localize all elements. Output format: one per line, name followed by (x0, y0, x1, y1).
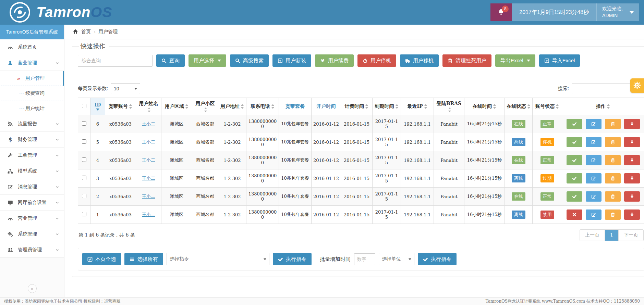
execute-time-button[interactable]: 执行指令 (418, 253, 457, 265)
select-all-checkbox[interactable] (82, 104, 86, 108)
batch-number-input[interactable] (354, 253, 375, 265)
column-header-宽带套餐[interactable]: 宽带套餐 (279, 98, 312, 115)
column-header-联系电话[interactable]: 联系电话 (246, 98, 279, 115)
enable-user-button[interactable] (567, 191, 582, 202)
column-header-开户时间[interactable]: 开户时间 (312, 98, 341, 115)
sidebar-item-网厅前台设置[interactable]: 网厅前台设置 (0, 195, 64, 211)
edit-user-button[interactable] (586, 137, 602, 147)
quick-button-用户选择[interactable]: 用户选择 (189, 54, 226, 67)
download-user-button[interactable] (624, 119, 640, 129)
row-checkbox[interactable] (82, 212, 86, 216)
sidebar-item-模型系统[interactable]: 模型系统 (0, 163, 64, 179)
download-user-button[interactable] (624, 209, 640, 220)
delete-user-button[interactable] (605, 173, 621, 183)
delete-user-button[interactable] (605, 191, 621, 202)
edit-user-button[interactable] (586, 119, 602, 129)
column-header-最近IP[interactable]: 最近IP (401, 98, 434, 115)
edit-user-button[interactable] (586, 191, 602, 202)
prev-page-button[interactable]: 上一页 (580, 230, 605, 241)
enable-user-button[interactable] (567, 137, 582, 147)
column-header-宽带账号[interactable]: 宽带账号 (105, 98, 136, 115)
sidebar-item-系统首页[interactable]: 系统首页 (0, 39, 64, 55)
delete-user-button[interactable] (605, 209, 621, 220)
table-row-user-2: 2x0536a03王小二潍城区西城名都1-2-3021380000000010兆… (78, 188, 644, 206)
user-name-link[interactable]: 王小二 (142, 157, 155, 163)
download-user-button[interactable] (624, 173, 640, 183)
column-header-用户地址[interactable]: 用户地址 (218, 98, 246, 115)
sidebar-item-营业管理[interactable]: 营业管理 (0, 55, 64, 71)
settings-gear-button[interactable] (630, 78, 644, 93)
column-header-登陆BRAS[interactable]: 登陆BRAS (434, 98, 464, 115)
enable-user-button[interactable] (567, 119, 582, 129)
sidebar-subitem-用户统计[interactable]: 用户统计 (0, 101, 64, 116)
edit-user-button[interactable] (586, 173, 602, 183)
quick-button-导入Excel[interactable]: 导入Excel (539, 54, 580, 67)
row-checkbox[interactable] (82, 194, 86, 198)
select-page-button[interactable]: 本页全选 (82, 253, 121, 265)
notifications-button[interactable]: 8 (490, 3, 512, 21)
user-name-link[interactable]: 王小二 (142, 139, 155, 144)
delete-user-button[interactable] (605, 155, 621, 165)
enable-user-button[interactable] (567, 155, 582, 165)
column-header-操作[interactable]: 操作 (562, 98, 644, 115)
row-checkbox[interactable] (82, 176, 86, 180)
sidebar-item-财务管理[interactable]: $财务管理 (0, 132, 64, 148)
column-header-ID[interactable]: ID (90, 98, 105, 115)
enable-user-button[interactable] (567, 173, 582, 183)
sidebar-item-消息管理[interactable]: 消息管理 (0, 179, 64, 195)
download-user-button[interactable] (624, 191, 640, 202)
edit-icon (7, 184, 14, 190)
user-name-link[interactable]: 王小二 (142, 121, 155, 126)
delete-user-button[interactable] (605, 137, 621, 147)
user-name-link[interactable]: 王小二 (142, 194, 155, 199)
sidebar-item-流量报告[interactable]: 流量报告 (0, 116, 64, 132)
select-all-button[interactable]: 选择所有 (124, 253, 163, 265)
quick-button-用户停机[interactable]: 用户停机 (357, 54, 396, 67)
row-checkbox[interactable] (82, 139, 86, 144)
sidebar-collapse-button[interactable]: « (28, 284, 37, 293)
breadcrumb-home[interactable]: 首页 (81, 29, 91, 35)
column-header-用户小区[interactable]: 用户小区 (192, 98, 218, 115)
row-checkbox[interactable] (82, 157, 86, 162)
user-name-link[interactable]: 王小二 (142, 212, 155, 217)
execute-command-button[interactable]: 执行指令 (273, 253, 312, 265)
column-header-在线状态[interactable]: 在线状态 (505, 98, 533, 115)
user-name-link[interactable]: 王小二 (142, 176, 155, 181)
unit-select[interactable]: 选择单位 (379, 253, 414, 265)
sidebar-item-系统管理[interactable]: 系统管理 (0, 226, 64, 242)
next-page-button[interactable]: 下一页 (619, 230, 643, 241)
quick-button-导出Excel[interactable]: 导出Excel (495, 54, 535, 67)
delete-user-button[interactable] (605, 119, 621, 129)
download-user-button[interactable] (624, 155, 640, 165)
sidebar-item-管理员管理[interactable]: 管理员管理 (0, 242, 64, 258)
quick-operations-legend: 快速操作 (79, 42, 109, 50)
edit-user-button[interactable] (586, 155, 602, 165)
command-select[interactable]: 选择指令 (167, 253, 269, 265)
sidebar-item-营业管理[interactable]: 营业管理 (0, 211, 64, 226)
page-1-button[interactable]: 1 (605, 230, 619, 241)
quick-button-用户新装[interactable]: 用户新装 (272, 54, 311, 67)
column-header-到期时间[interactable]: 到期时间 (373, 98, 401, 115)
quick-button-高级搜索[interactable]: 高级搜索 (230, 54, 269, 67)
column-header-计费时间[interactable]: 计费时间 (341, 98, 373, 115)
quick-button-用户续费[interactable]: ¥用户续费 (315, 54, 354, 67)
quick-button-查询[interactable]: 查询 (156, 54, 185, 67)
row-checkbox[interactable] (82, 121, 86, 126)
cell-region: 潍城区 (161, 188, 192, 206)
disable-user-button[interactable] (567, 209, 582, 220)
column-header-用户姓名[interactable]: 用户姓名 (136, 98, 161, 115)
download-user-button[interactable] (624, 137, 640, 147)
quick-button-清理挂死用户[interactable]: 清理挂死用户 (442, 54, 491, 67)
sidebar-item-工单管理[interactable]: 工单管理 (0, 148, 64, 163)
sidebar-subitem-续费查询[interactable]: 续费查询 (0, 86, 64, 101)
column-header-用户区域[interactable]: 用户区域 (161, 98, 192, 115)
combined-query-input[interactable] (78, 55, 153, 67)
column-header-账号状态[interactable]: 账号状态 (533, 98, 562, 115)
sidebar-subitem-用户管理[interactable]: »用户管理 (0, 71, 64, 86)
cell-bras: Panabit (434, 188, 464, 206)
column-header-在线时间[interactable]: 在线时间 (464, 98, 505, 115)
per-page-select[interactable]: 10 (111, 83, 140, 94)
edit-user-button[interactable] (586, 209, 602, 220)
quick-button-用户移机[interactable]: 用户移机 (400, 54, 439, 67)
user-menu[interactable]: 欢迎光临, ADMIN (597, 3, 639, 21)
